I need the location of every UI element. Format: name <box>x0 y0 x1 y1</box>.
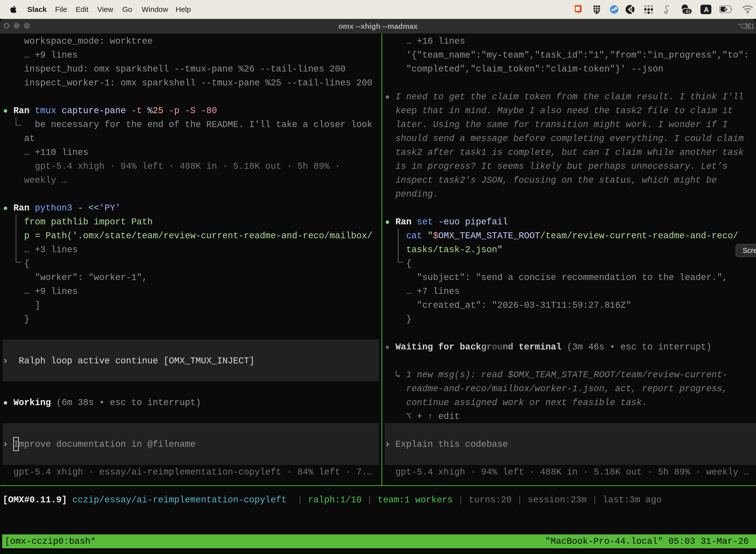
svg-text:A: A <box>704 6 709 13</box>
svg-text:..61: ..61 <box>684 9 691 14</box>
svg-text:1: 1 <box>751 22 754 30</box>
